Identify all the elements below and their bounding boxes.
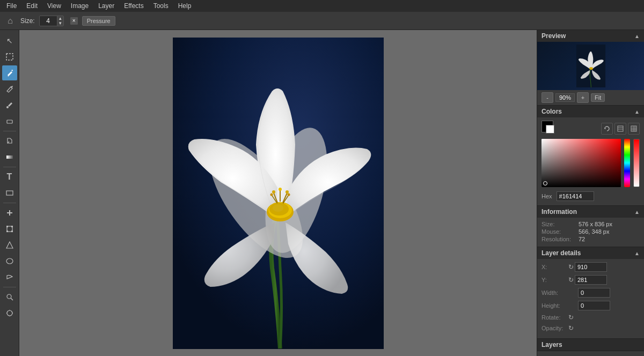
alpha-spectrum[interactable] [633, 139, 640, 187]
color-mode-buttons [601, 123, 640, 135]
layer-details-header[interactable]: Layer details ▲ [537, 247, 644, 259]
zoom-level: 90% [555, 93, 575, 102]
menu-layer[interactable]: Layer [94, 1, 119, 11]
menu-effects[interactable]: Effects [120, 1, 148, 11]
zoom-tool-button[interactable] [2, 290, 17, 305]
select-tool-button[interactable]: ↖ [2, 33, 17, 48]
preview-header[interactable]: Preview ▲ [537, 30, 644, 42]
layer-y-input-wrap: ↻ [568, 275, 640, 285]
layer-x-refresh-button[interactable]: ↻ [568, 263, 574, 271]
rect-tool-button[interactable] [2, 186, 17, 201]
svg-point-1 [6, 75, 8, 77]
hue-spectrum[interactable] [624, 139, 630, 187]
svg-point-23 [286, 190, 289, 194]
size-label: Size: [20, 17, 35, 25]
eyedropper-tool-button[interactable] [2, 98, 17, 113]
color-grid-button[interactable] [628, 123, 640, 135]
hex-input[interactable] [557, 191, 594, 201]
preview-section: Preview ▲ - 90% + Fit [537, 30, 644, 106]
info-resolution-label: Resolution: [541, 236, 576, 242]
color-gradient-area[interactable] [541, 139, 621, 187]
svg-point-21 [279, 188, 282, 191]
layers-header[interactable]: Layers [537, 339, 644, 351]
svg-point-25 [270, 193, 273, 196]
color-picker-row [537, 138, 644, 189]
information-header[interactable]: Information ▲ [537, 206, 644, 218]
svg-rect-35 [631, 126, 636, 131]
tool-separator-2 [3, 167, 16, 167]
fit-button[interactable]: Fit [591, 93, 605, 102]
marquee-tool-button[interactable] [2, 49, 17, 64]
toolbar: ↖ T [0, 30, 19, 356]
layer-details-section: Layer details ▲ X: ↻ Y: ↻ [537, 247, 644, 339]
layer-x-label: X: [541, 264, 568, 270]
menu-help[interactable]: Help [174, 1, 196, 11]
layer-rotate-refresh-button[interactable]: ↻ [568, 314, 574, 321]
path-tool-button[interactable] [2, 254, 17, 269]
preview-controls: - 90% + Fit [537, 90, 644, 105]
eraser-tool-button[interactable] [2, 114, 17, 129]
preview-collapse-icon: ▲ [634, 33, 640, 39]
size-input[interactable] [40, 16, 57, 26]
layer-width-input[interactable] [578, 288, 610, 298]
layer-opacity-row: Opacity: ↻ [541, 324, 640, 332]
tool-separator-4 [3, 287, 16, 287]
layer-rotate-label: Rotate: [541, 314, 568, 321]
layer-y-refresh-button[interactable]: ↻ [568, 276, 574, 284]
size-down-button[interactable]: ▼ [57, 21, 63, 26]
pressure-button[interactable]: Pressure [82, 16, 115, 26]
background-color-swatch[interactable] [546, 125, 554, 134]
menu-bar: File Edit View Image Layer Effects Tools… [0, 0, 644, 12]
smudge-tool-button[interactable] [2, 270, 17, 285]
layer-details-collapse-icon: ▲ [634, 250, 640, 256]
info-size-label: Size: [541, 221, 576, 227]
gradient-button[interactable] [2, 150, 17, 165]
menu-view[interactable]: View [43, 1, 65, 11]
info-content: Size: 576 x 836 px Mouse: 566, 348 px Re… [537, 218, 644, 247]
color-list-button[interactable] [614, 123, 626, 135]
info-resolution-row: Resolution: 72 [541, 236, 640, 242]
menu-tools[interactable]: Tools [149, 1, 173, 11]
info-size-row: Size: 576 x 836 px [541, 221, 640, 227]
colors-header[interactable]: Colors ▲ [537, 106, 644, 117]
svg-rect-32 [618, 126, 623, 131]
colors-collapse-icon: ▲ [634, 109, 640, 115]
hex-label: Hex [541, 193, 552, 199]
text-tool-button[interactable]: T [2, 169, 17, 184]
svg-rect-3 [7, 120, 12, 123]
transform-tool-button[interactable] [2, 221, 17, 236]
info-mouse-row: Mouse: 566, 348 px [541, 228, 640, 235]
home-icon[interactable]: ⌂ [4, 15, 16, 27]
paint-bucket-button[interactable] [2, 134, 17, 149]
layer-details-content: X: ↻ Y: ↻ Width: [537, 259, 644, 338]
svg-point-2 [6, 106, 9, 108]
pencil-tool-button[interactable] [2, 81, 17, 97]
svg-rect-8 [11, 226, 13, 227]
layer-height-input[interactable] [578, 301, 610, 310]
move-tool-button[interactable] [2, 306, 17, 321]
layer-height-label: Height: [541, 302, 568, 309]
main-area: ↖ T [0, 30, 644, 356]
zoom-in-button[interactable]: + [577, 92, 589, 103]
layer-x-input-wrap: ↻ [568, 262, 640, 272]
svg-point-27 [287, 193, 290, 196]
zoom-out-button[interactable]: - [541, 92, 553, 103]
size-up-button[interactable]: ▲ [57, 16, 63, 21]
layer-x-row: X: ↻ [541, 262, 640, 272]
heal-tool-button[interactable] [2, 205, 17, 220]
canvas-area[interactable] [19, 30, 537, 356]
layer-opacity-refresh-button[interactable]: ↻ [568, 324, 574, 332]
layer-width-row: Width: [541, 288, 640, 298]
menu-file[interactable]: File [2, 1, 21, 11]
menu-image[interactable]: Image [67, 1, 93, 11]
layer-x-input[interactable] [575, 262, 607, 272]
canvas-image[interactable] [173, 38, 384, 349]
close-button[interactable]: × [70, 17, 78, 25]
menu-edit[interactable]: Edit [22, 1, 42, 11]
canvas-container [173, 38, 384, 349]
brush-tool-button[interactable] [2, 65, 17, 80]
shape-tool-button[interactable] [2, 238, 17, 253]
layer-y-input[interactable] [575, 275, 607, 285]
svg-point-31 [589, 67, 593, 70]
reset-colors-button[interactable] [601, 123, 613, 135]
